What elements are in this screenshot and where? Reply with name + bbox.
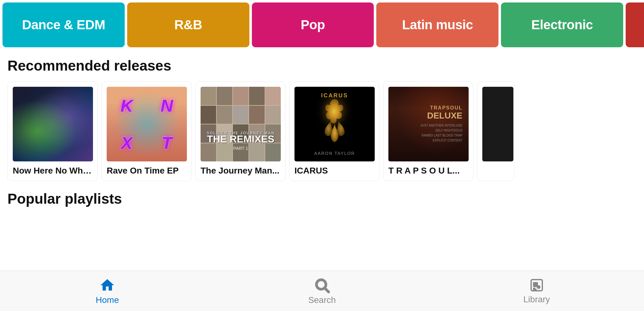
release-card-trapsoul[interactable]: TRAPSOUL DELUXE JUST ANOTHER INTERLUDESE…: [383, 81, 473, 181]
release-art-2: K N X T: [107, 87, 187, 161]
genre-dance-edm-label: Dance & EDM: [22, 17, 105, 32]
genre-more[interactable]: [626, 2, 644, 47]
art4-artist: AARON TAYLOR: [294, 151, 375, 156]
search-icon: [314, 277, 330, 293]
genre-electronic-label: Electronic: [531, 17, 593, 32]
genre-pop[interactable]: Pop: [252, 2, 374, 47]
genre-latin-label: Latin music: [402, 17, 473, 32]
genre-pop-label: Pop: [301, 17, 325, 32]
release-art-5: TRAPSOUL DELUXE JUST ANOTHER INTERLUDESE…: [388, 87, 469, 161]
art5-deluxe: DELUXE: [420, 111, 462, 121]
recommended-section: Recommended releases Now Here No Where K…: [0, 57, 644, 181]
svg-point-4: [537, 285, 540, 289]
nav-search[interactable]: Search: [291, 277, 353, 305]
genre-rnb-label: R&B: [174, 17, 202, 32]
recommended-title: Recommended releases: [7, 57, 637, 74]
release-title-3: The Journey Man...: [201, 166, 280, 176]
art3-part-text: PART 1: [201, 146, 281, 151]
release-card-partial[interactable]: [477, 81, 514, 181]
bottom-nav: Home Search Library: [0, 271, 644, 311]
release-card-journey-man[interactable]: SOLDIER THE JOURNEY MAN THE REMIXES PART…: [195, 81, 285, 181]
genre-latin[interactable]: Latin music: [376, 2, 498, 47]
nav-home-label: Home: [96, 295, 119, 305]
release-title-4: ICARUS: [294, 166, 374, 176]
popular-title: Popular playlists: [7, 190, 637, 207]
home-icon: [99, 277, 115, 293]
release-art-1: [13, 87, 93, 161]
genre-rnb[interactable]: R&B: [127, 2, 249, 47]
nav-home[interactable]: Home: [76, 277, 138, 305]
genre-electronic[interactable]: Electronic: [501, 2, 623, 47]
art3-remixes-text: THE REMIXES: [201, 133, 281, 145]
nav-library-label: Library: [523, 295, 550, 304]
nav-library[interactable]: Library: [506, 278, 568, 304]
release-art-4: ICARUS: [294, 87, 375, 161]
release-title-1: Now Here No Where: [13, 166, 92, 176]
genre-strip: Dance & EDM R&B Pop Latin music Electron…: [0, 0, 644, 50]
release-art-6: [482, 87, 513, 161]
release-title-2: Rave On Time EP: [107, 166, 186, 176]
genre-dance-edm[interactable]: Dance & EDM: [2, 2, 125, 47]
release-card-rave-on-time[interactable]: K N X T Rave On Time EP: [101, 81, 192, 181]
nav-search-label: Search: [308, 295, 336, 305]
release-art-3: SOLDIER THE JOURNEY MAN THE REMIXES PART…: [201, 87, 281, 161]
svg-line-1: [325, 288, 329, 292]
library-icon: [529, 278, 544, 293]
release-title-5: T R A P S O U L...: [388, 166, 468, 176]
popular-section: Popular playlists: [0, 190, 644, 207]
release-card-icarus[interactable]: ICARUS: [289, 81, 379, 181]
release-card-now-here[interactable]: Now Here No Where: [7, 81, 98, 181]
art5-tracks: JUST ANOTHER INTERLUDESELF RIGHTEOUSRAMB…: [420, 123, 462, 143]
art5-trapsoul: TRAPSOUL: [430, 105, 462, 110]
releases-row: Now Here No Where K N X T Rave On Time E…: [7, 81, 637, 181]
